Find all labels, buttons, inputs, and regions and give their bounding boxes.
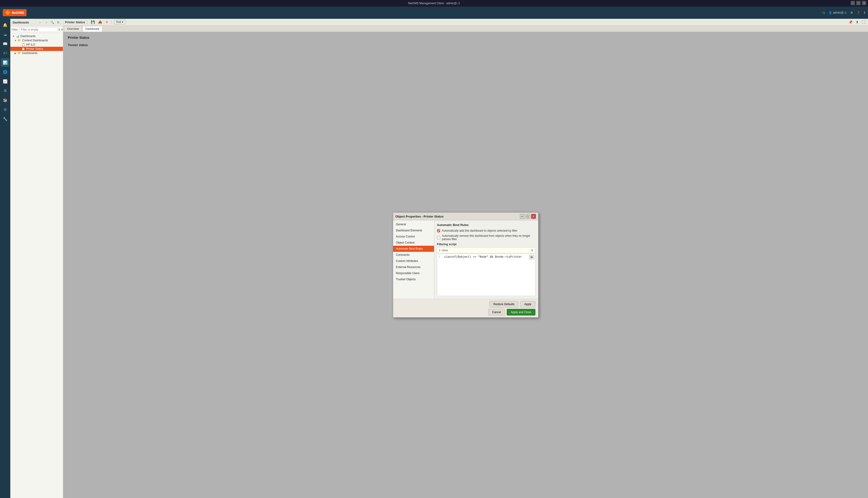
content-area: Printer Status Tonner status Object Prop… [63, 32, 868, 498]
window-title: NetXMS Management Client - admin@::1 [408, 2, 460, 5]
apply-close-button[interactable]: Apply and Close [507, 309, 535, 315]
filtering-script-label: Filtering script [437, 243, 535, 246]
tab-overview[interactable]: Overview [64, 26, 82, 32]
app-logo: 🔶 NetXMS [3, 9, 27, 16]
filter-label: Filter: [12, 28, 18, 31]
content-toolbar: Printer Status 💾 📤 ✕ Poll ▾ 📌 ⬆ ⛶ [63, 19, 868, 26]
apply-button[interactable]: Apply [520, 301, 535, 307]
maximize-button[interactable]: □ [856, 1, 860, 5]
poll-button[interactable]: Poll ▾ [114, 20, 125, 24]
popout-btn[interactable]: ⬆ [855, 20, 859, 24]
dialog-title-bar: Object Properties - Printer Status ─ □ ✕ [393, 213, 538, 220]
settings-icon[interactable]: ⚙ [850, 11, 853, 14]
checkbox-row-2: Automatically remove this dashboard from… [437, 234, 535, 241]
filter-info-btn[interactable]: ℹ [59, 28, 60, 31]
gear-icon-btn[interactable]: ⚙ [1, 105, 9, 114]
restore-defaults-button[interactable]: Restore Defaults [489, 301, 518, 307]
folder-icon: 📂 [18, 39, 22, 42]
hints-icon: ℹ [439, 249, 440, 252]
dialog-footer: Restore Defaults Apply Cancel Apply and … [393, 299, 538, 317]
nav-header-title: Dashboards [13, 21, 29, 24]
nav-panel: Dashboards ← → 🔍 ↻ Filter: ℹ ✕ ▼ 📊 Dashb… [10, 19, 63, 498]
tools-icon-btn[interactable]: 🔧 [1, 115, 9, 123]
auto-remove-checkbox[interactable] [437, 236, 440, 239]
filter-input[interactable] [19, 27, 58, 32]
nav-refresh-btn[interactable]: ↻ [56, 20, 60, 25]
toolbar-separator2 [111, 20, 112, 24]
sidebar-item-general[interactable]: General [393, 221, 434, 227]
book-icon-btn[interactable]: 📖 [1, 39, 9, 48]
auto-remove-label: Automatically remove this dashboard from… [442, 234, 535, 241]
item-icon: 📋 [22, 47, 25, 51]
nav-header-controls: ← → 🔍 ↻ [38, 20, 60, 25]
tree-item-dashboards2[interactable]: ▶ 📂 Dashboards [10, 51, 63, 55]
sidebar-item-automatic-bind-rules[interactable]: Automatic Bind Rules [393, 246, 434, 252]
filter-clear-btn[interactable]: ✕ [61, 28, 63, 31]
sidebar-item-responsible-users[interactable]: Responsible Users [393, 270, 434, 276]
network-icon-btn[interactable]: 🌐 [1, 68, 9, 76]
help-icon[interactable]: ❓ [857, 11, 860, 14]
toolbar-save-btn[interactable]: 💾 [90, 20, 96, 24]
content-title: Printer Status [65, 21, 85, 24]
expand-icon: ▼ [14, 39, 17, 42]
nav-back-btn[interactable]: ← [38, 20, 43, 25]
main-content: Printer Status 💾 📤 ✕ Poll ▾ 📌 ⬆ ⛶ Overvi… [63, 19, 868, 498]
code-line-1: 1 classof($object) == "Node" && $node->i… [439, 255, 534, 259]
code-content: classof($object) == "Node" && $node->isP… [444, 255, 522, 259]
code-copy-btn[interactable]: ⧉ [529, 255, 534, 259]
sidebar-item-dashboard-elements[interactable]: Dashboard Elements [393, 227, 434, 234]
hints-collapse-btn[interactable]: ⬆ [531, 249, 533, 252]
top-bar-right: ::1 👤 admin@::1 ⚙ ❓ ℹ [822, 11, 865, 14]
toolbar-close-btn[interactable]: ✕ [105, 20, 109, 24]
toolbar-share-btn[interactable]: 📤 [97, 20, 103, 24]
sidebar-item-trusted-objects[interactable]: Trusted Objects [393, 276, 434, 283]
notifications-icon-btn[interactable]: 🔔 [1, 21, 9, 29]
tree-item-context-dashboards[interactable]: ▼ 📂 Context Dashboards [10, 38, 63, 42]
filter-bar: Filter: ℹ ✕ [10, 26, 63, 33]
nav-filter-btn[interactable]: 🔍 [50, 20, 55, 25]
dialog-maximize-btn[interactable]: □ [526, 214, 530, 219]
dialog-sidebar: General Dashboard Elements Access Contro… [393, 220, 434, 299]
tag-icon-btn[interactable]: 🏷 [1, 49, 9, 57]
tab-bar: Overview Dashboard [63, 26, 868, 32]
user-display: 👤 admin@::1 [829, 11, 846, 14]
dialog-title: Object Properties - Printer Status [395, 215, 444, 218]
code-editor[interactable]: 1 classof($object) == "Node" && $node->i… [437, 254, 535, 296]
modal-overlay: Object Properties - Printer Status ─ □ ✕… [63, 32, 868, 498]
chart-icon-btn[interactable]: 📈 [1, 77, 9, 86]
sidebar-item-object-context[interactable]: Object Context [393, 240, 434, 246]
sidebar-item-comments[interactable]: Comments [393, 252, 434, 258]
sidebar-item-access-control[interactable]: Access Control [393, 234, 434, 240]
tab-dashboard-label: Dashboard [85, 27, 99, 30]
close-button[interactable]: ✕ [862, 1, 866, 5]
info-icon[interactable]: ℹ [864, 11, 865, 14]
expand-icon [18, 48, 21, 50]
layers-icon-btn[interactable]: 📚 [1, 96, 9, 104]
monitor-icon-btn[interactable]: 🖥 [1, 87, 9, 95]
tree-item-dashboards[interactable]: ▼ 📊 Dashboards [10, 34, 63, 38]
app-name: NetXMS [12, 11, 24, 15]
tree-view: ▼ 📊 Dashboards ▼ 📂 Context Dashboards 📋 … [10, 33, 63, 498]
tab-dashboard[interactable]: Dashboard [82, 26, 102, 32]
dashboard-icon-btn[interactable]: 📊 [1, 58, 9, 67]
server-address: ::1 [822, 11, 825, 14]
pin-btn[interactable]: 📌 [847, 20, 853, 24]
tree-item-hp-ilo[interactable]: 📋 HP iLO [10, 42, 63, 47]
top-bar: 🔶 NetXMS ::1 👤 admin@::1 ⚙ ❓ ℹ [0, 6, 868, 19]
auto-add-checkbox[interactable] [437, 229, 440, 232]
title-bar-controls: ─ □ ✕ [851, 1, 866, 5]
hints-bar: ℹ Hints ⬆ [437, 247, 535, 253]
cancel-button[interactable]: Cancel [488, 309, 505, 315]
sidebar-item-external-resources[interactable]: External Resources [393, 264, 434, 270]
dialog-section-title: Automatic Bind Rules [437, 223, 535, 227]
auto-add-label: Automatically add this dashboard to obje… [442, 229, 518, 232]
fullscreen-btn[interactable]: ⛶ [861, 20, 866, 24]
main-layout: 🔔 ☁ 📖 🏷 📊 🌐 📈 🖥 📚 ⚙ 🔧 Dashboards ← → 🔍 ↻… [0, 19, 868, 498]
dialog-minimize-btn[interactable]: ─ [520, 214, 525, 219]
dialog-close-btn[interactable]: ✕ [531, 214, 536, 219]
cloud-icon-btn[interactable]: ☁ [1, 30, 9, 39]
nav-forward-btn[interactable]: → [44, 20, 49, 25]
tree-item-printer-status[interactable]: 📋 Printer Status [10, 47, 63, 51]
minimize-button[interactable]: ─ [851, 1, 855, 5]
sidebar-item-custom-attributes[interactable]: Custom Attributes [393, 258, 434, 264]
